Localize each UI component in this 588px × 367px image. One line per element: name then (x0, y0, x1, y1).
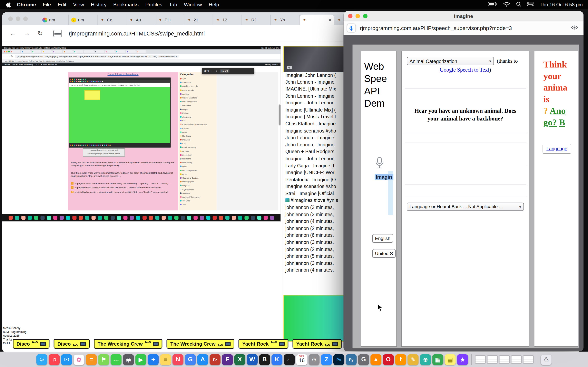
back-link[interactable]: B (559, 118, 565, 127)
gimp-icon[interactable]: G (358, 354, 369, 365)
zoom-reset-button[interactable]: Reset (220, 69, 229, 73)
search-icon[interactable] (516, 1, 521, 8)
category-item[interactable]: Land Surveying (180, 145, 215, 149)
playlist-item[interactable]: Imagine: John Lennon ( (284, 72, 345, 78)
category-item[interactable]: eLearning (180, 115, 215, 119)
google-speech-to-text-link[interactable]: Google Speech to Text (440, 67, 489, 73)
address-bar[interactable]: rjmprogramming.com.au/PHP/speech_supervi… (360, 25, 512, 31)
category-item[interactable]: Installers (180, 138, 215, 142)
media-button[interactable]: The Wrecking CrewA-V (167, 339, 234, 349)
category-item[interactable]: Coding (180, 92, 215, 96)
language-button[interactable]: Language (543, 144, 571, 154)
category-item[interactable]: News (180, 165, 215, 168)
playlist-item[interactable]: #imagines #love #yn s (284, 197, 345, 204)
address-bar[interactable]: rjmprogramming.com.au/HTMLCSS/swipe_medi… (69, 30, 205, 36)
zoom-in-button[interactable]: + (216, 69, 217, 72)
category-select[interactable]: Animal Categorization ▾ (407, 57, 494, 65)
playlist-item[interactable]: johnlennon (3 minutes, (284, 211, 345, 218)
bold-icon[interactable]: B (259, 354, 270, 365)
settings-icon[interactable]: ⚙ (309, 354, 320, 365)
zoom-window-button[interactable] (363, 14, 367, 18)
browser-tab[interactable]: ✒12 (213, 15, 242, 25)
category-item[interactable]: Networking (180, 161, 215, 165)
filezilla-icon[interactable]: Fz (210, 354, 221, 365)
fonts-icon[interactable]: F (222, 354, 233, 365)
playlist-item[interactable]: Strei - Imagine [Official (284, 190, 345, 197)
browser-tab[interactable]: rjm (40, 15, 69, 25)
chrome-icon[interactable]: G (185, 354, 196, 365)
browser-tab[interactable]: ✓rjm (69, 15, 97, 25)
category-item[interactable]: Games (180, 126, 215, 130)
category-item[interactable]: Projects (180, 184, 215, 187)
finder-icon[interactable]: ☺ (36, 354, 47, 365)
minimized-window-thumbnail[interactable] (499, 355, 510, 364)
playlist-item[interactable]: Imagine [Ultimate Mix] ( (284, 106, 345, 113)
browser-tab-active[interactable]: ✒✕ (300, 15, 334, 25)
category-item[interactable]: Tiki Wiki (180, 199, 215, 203)
control-center-icon[interactable] (527, 2, 534, 8)
playlist-item[interactable]: Imagine [UNICEF: Worl (284, 169, 345, 176)
zoom-out-button[interactable]: − (212, 69, 213, 72)
zoom-window-button[interactable] (23, 17, 28, 21)
category-item[interactable]: Photography (180, 180, 215, 184)
site-info-icon[interactable] (53, 30, 62, 37)
minimized-window-thumbnail[interactable] (487, 355, 498, 364)
playlist-item[interactable]: johnlennon (6 minutes, (284, 232, 345, 239)
mail-icon[interactable]: ✉ (61, 354, 72, 365)
category-item[interactable]: Data Integration (180, 100, 215, 104)
minimized-window-thumbnail[interactable] (523, 355, 534, 364)
united-states-button[interactable]: United S (372, 249, 396, 258)
word-icon[interactable]: W (247, 354, 258, 365)
menu-item-tab[interactable]: Tab (169, 2, 177, 8)
category-item[interactable]: iOS (180, 142, 215, 146)
imovie-icon[interactable]: ★ (457, 354, 468, 365)
browser-tab[interactable]: ✒Yo (271, 15, 300, 25)
playlist-item[interactable]: johnlennon (3 minutes, (284, 259, 345, 267)
camera-icon[interactable]: ◉ (123, 354, 134, 365)
browser-tab[interactable]: ✒Co (98, 15, 126, 25)
category-item[interactable]: Code: Blocks (180, 88, 215, 92)
embedded-screenshot-media[interactable]: Chrome File Edit View History Bookmarks … (2, 46, 281, 221)
tab-close-icon[interactable]: ✕ (328, 18, 331, 22)
active-app-name[interactable]: Chrome (17, 2, 36, 8)
menu-item-profiles[interactable]: Profiles (145, 2, 162, 8)
media-button[interactable]: DiscoA+V (13, 339, 49, 349)
close-window-button[interactable] (348, 14, 352, 18)
notes-icon[interactable]: ≡ (160, 354, 171, 365)
playlist-item[interactable]: John Lennon - Imagine (284, 78, 345, 85)
menu-item-file[interactable]: File (43, 2, 51, 8)
playlist-item[interactable]: johnlennon (3 minutes, (284, 239, 345, 245)
back-button[interactable]: ← (10, 30, 16, 37)
maps-icon[interactable]: ⚑ (98, 354, 109, 365)
category-item[interactable]: Event-Driven Programming (180, 123, 215, 126)
excel-icon[interactable]: X (234, 354, 245, 365)
category-item[interactable]: Signage Poll (180, 187, 215, 191)
playlist-item[interactable]: Pentatonix - Imagine [O (284, 176, 345, 183)
zoom-icon[interactable]: Z (321, 354, 332, 365)
menu-bar-clock[interactable]: Thu 16 Oct 6:58 pm (540, 2, 583, 8)
media-button[interactable]: The Wrecking CrewA+V (94, 339, 162, 349)
browser-tab[interactable]: ✒RJ (242, 15, 271, 25)
category-item[interactable]: Moodle (180, 149, 215, 153)
language-link[interactable]: Language (546, 146, 567, 151)
facetime-icon[interactable]: ▶ (135, 354, 146, 365)
menu-item-history[interactable]: History (91, 2, 107, 8)
category-item[interactable]: Ajax (180, 77, 215, 81)
microphone-permission-icon[interactable] (347, 24, 355, 32)
apple-menu-icon[interactable] (6, 2, 11, 8)
eye-icon[interactable] (571, 25, 579, 32)
playlist-item[interactable]: IMAGINE. [Ultimate Mix (284, 85, 345, 92)
another-go-link[interactable]: Ano (550, 106, 566, 116)
playlist-item[interactable]: Imagine - John Lennon (284, 155, 345, 162)
menu-item-edit[interactable]: Edit (58, 2, 66, 8)
playlist-item[interactable]: Chris Kläfford - Imagine (284, 120, 345, 127)
playlist-item[interactable]: John Lennon - imagine (284, 134, 345, 141)
music-icon[interactable]: ♫ (49, 354, 60, 365)
vlc-icon[interactable]: ▲ (371, 354, 381, 365)
playlist-item[interactable]: johnlennon (5 minutes, (284, 253, 345, 259)
opera-icon[interactable]: O (383, 354, 394, 365)
playlist-item[interactable]: Lady Gaga - Imagine [L (284, 162, 345, 169)
playlist-item[interactable]: johnlennon (2 minutes, (284, 246, 345, 253)
page-scrollbar[interactable] (279, 104, 281, 125)
category-item[interactable]: Colour Matching (180, 96, 215, 100)
